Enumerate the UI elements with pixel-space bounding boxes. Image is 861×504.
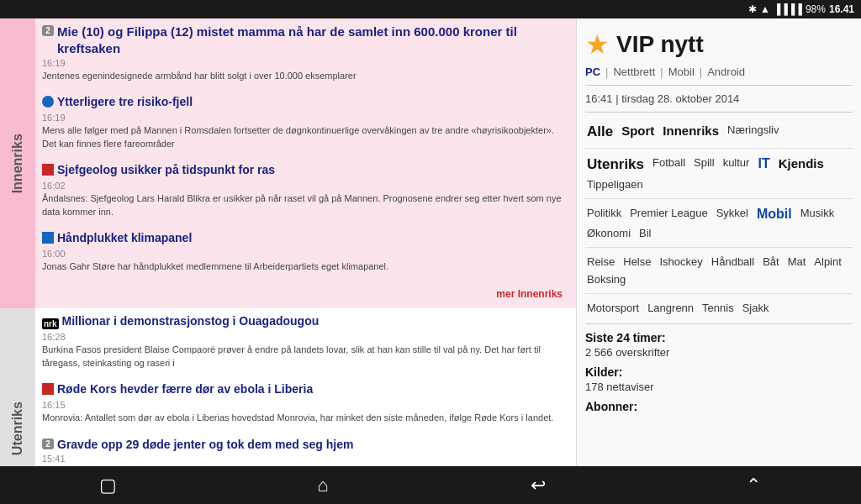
- platform-nettbrett[interactable]: Nettbrett: [613, 66, 655, 78]
- cat-innenriks[interactable]: Innenriks: [661, 123, 721, 141]
- cat-sport[interactable]: Sport: [620, 123, 656, 141]
- cat-tippeligaen[interactable]: Tippeligaen: [585, 177, 645, 192]
- cat-premier[interactable]: Premier League: [628, 206, 710, 223]
- news-time: 16:19: [42, 113, 569, 123]
- list-item[interactable]: nrk Millionar i demonstrasjonstog i Ouag…: [42, 313, 569, 375]
- news-title: Ytterligere tre risiko-fjell: [57, 94, 569, 109]
- news-title: Mie (10) og Filippa (12) mistet mamma nå…: [57, 24, 569, 56]
- cat-divider-3: [585, 247, 853, 248]
- innenriks-section: Innenriks 2 Mie (10) og Filippa (12) mis…: [0, 18, 576, 308]
- cat-alpint[interactable]: Alpint: [812, 255, 843, 269]
- vip-platforms: PC | Nettbrett | Mobil | Android: [585, 66, 853, 86]
- news-badge: 2: [42, 25, 54, 36]
- square-icon: [42, 383, 54, 398]
- cat-naeringsliv[interactable]: Næringsliv: [726, 123, 780, 141]
- innenriks-content: 2 Mie (10) og Filippa (12) mistet mamma …: [35, 18, 576, 308]
- news-title: Millionar i demonstrasjonstog i Ouagadou…: [62, 313, 569, 328]
- recent-apps-button[interactable]: ▢: [82, 469, 133, 502]
- utenriks-label: Utenriks: [0, 308, 35, 466]
- news-desc: Monrovia: Antallet som dør av ebola i Li…: [42, 412, 569, 424]
- back-button[interactable]: ↩: [513, 469, 563, 502]
- news-time: 15:41: [42, 454, 569, 464]
- cat-bil[interactable]: Bil: [637, 226, 652, 240]
- news-time: 16:15: [42, 400, 569, 410]
- cat-mobil[interactable]: Mobil: [755, 206, 794, 223]
- cat-ishockey[interactable]: Ishockey: [658, 255, 705, 269]
- news-title: Sjefgeolog usikker på tidspunkt for ras: [57, 162, 569, 177]
- cat-divider-2: [585, 198, 853, 199]
- innenriks-label: Innenriks: [0, 18, 35, 308]
- news-badge: 2: [42, 438, 54, 449]
- list-item[interactable]: 2 Mie (10) og Filippa (12) mistet mamma …: [42, 24, 569, 87]
- cat-kultur[interactable]: kultur: [721, 155, 752, 174]
- vip-star-icon: ★: [585, 29, 610, 60]
- category-grid: Alle Sport Innenriks Næringsliv Utenriks…: [585, 123, 853, 315]
- cat-musikk[interactable]: Musikk: [799, 206, 836, 223]
- vip-datetime: 16:41 | tirsdag 28. oktober 2014: [585, 92, 853, 113]
- news-desc: Burkina Fasos president Blaise Compaoré …: [42, 344, 569, 370]
- utenriks-section: Utenriks nrk Millionar i demonstrasjonst…: [0, 308, 576, 466]
- news-title: Gravde opp 29 døde jenter og tok dem med…: [57, 437, 569, 452]
- news-title: Håndplukket klimapanel: [57, 230, 569, 245]
- cat-kjendis[interactable]: Kjendis: [777, 155, 826, 174]
- square-icon: [42, 164, 54, 179]
- stats-subscriptions-title: Abonner:: [585, 400, 853, 413]
- news-desc: Jonas Gahr Støre har håndplukket medlemm…: [42, 260, 569, 273]
- nrk-icon: nrk: [42, 315, 59, 330]
- cat-sykkel[interactable]: Sykkel: [715, 206, 750, 223]
- vip-title: VIP nytt: [616, 31, 704, 58]
- cat-tennis[interactable]: Tennis: [700, 301, 736, 315]
- platform-pc[interactable]: PC: [585, 66, 600, 78]
- stats-section: Siste 24 timer: 2 566 overskrifter Kilde…: [585, 323, 853, 413]
- cat-handball[interactable]: Håndball: [710, 255, 756, 269]
- signal-icon: ▐▐▐▐: [774, 3, 802, 15]
- list-item[interactable]: Håndplukket klimapanel 16:00 Jonas Gahr …: [42, 230, 569, 278]
- cat-spill[interactable]: Spill: [692, 155, 716, 174]
- bottom-nav: ▢ ⌂ ↩ ⌃: [0, 466, 861, 504]
- status-bar: ✱ ▲ ▐▐▐▐ 98% 16.41: [0, 0, 861, 18]
- cat-alle[interactable]: Alle: [585, 123, 615, 141]
- home-button[interactable]: ⌂: [298, 469, 348, 502]
- news-time: 16:02: [42, 181, 569, 191]
- cat-sjakk[interactable]: Sjakk: [741, 301, 771, 315]
- cat-langrenn[interactable]: Langrenn: [646, 301, 695, 315]
- utenriks-content: nrk Millionar i demonstrasjonstog i Ouag…: [35, 308, 576, 466]
- news-desc: Åndalsnes: Sjefgeolog Lars Harald Blikra…: [42, 192, 569, 218]
- news-time: 16:28: [42, 332, 569, 342]
- cat-reise[interactable]: Reise: [585, 255, 616, 269]
- main-area: Innenriks 2 Mie (10) og Filippa (12) mis…: [0, 18, 861, 466]
- news-desc: Et grufullt syn møtte politiet da de sku…: [42, 465, 569, 466]
- more-innenriks-link[interactable]: mer Innenriks: [42, 285, 569, 303]
- clock: 16.41: [829, 3, 854, 15]
- list-item[interactable]: Sjefgeolog usikker på tidspunkt for ras …: [42, 162, 569, 223]
- news-time: 16:00: [42, 249, 569, 259]
- battery-level: 98%: [806, 3, 826, 15]
- list-item[interactable]: Ytterligere tre risiko-fjell 16:19 Mens …: [42, 94, 569, 155]
- platform-android[interactable]: Android: [707, 66, 745, 78]
- cat-divider-4: [585, 293, 853, 294]
- cat-politikk[interactable]: Politikk: [585, 206, 623, 223]
- cat-fotball[interactable]: Fotball: [651, 155, 687, 174]
- news-title: Røde Kors hevder færre dør av ebola i Li…: [57, 381, 569, 396]
- news-desc: Jentenes egenindesignede armbånd har bli…: [42, 70, 569, 82]
- cat-motorsport[interactable]: Motorsport: [585, 301, 641, 315]
- circle-icon: [42, 96, 54, 111]
- status-icons: ✱ ▲ ▐▐▐▐ 98% 16.41: [748, 3, 854, 15]
- cat-okonomi[interactable]: Økonomi: [585, 226, 632, 240]
- list-item[interactable]: 2 Gravde opp 29 døde jenter og tok dem m…: [42, 437, 569, 466]
- cat-helse[interactable]: Helse: [621, 255, 652, 269]
- platform-mobil[interactable]: Mobil: [668, 66, 695, 78]
- stats-24h-title: Siste 24 timer:: [585, 331, 853, 344]
- cat-utenriks[interactable]: Utenriks: [585, 155, 646, 174]
- vip-header: ★ VIP nytt: [585, 29, 853, 60]
- cat-boksing[interactable]: Boksing: [585, 272, 627, 286]
- cat-bat[interactable]: Båt: [761, 255, 781, 269]
- cat-it[interactable]: IT: [756, 155, 771, 174]
- bluetooth-icon: ✱: [748, 3, 757, 15]
- right-panel: ★ VIP nytt PC | Nettbrett | Mobil | Andr…: [576, 18, 861, 466]
- stats-sources: 178 nettaviser: [585, 381, 853, 393]
- cat-divider-1: [585, 148, 853, 149]
- menu-button[interactable]: ⌃: [728, 469, 779, 502]
- list-item[interactable]: Røde Kors hevder færre dør av ebola i Li…: [42, 381, 569, 429]
- cat-mat[interactable]: Mat: [786, 255, 808, 269]
